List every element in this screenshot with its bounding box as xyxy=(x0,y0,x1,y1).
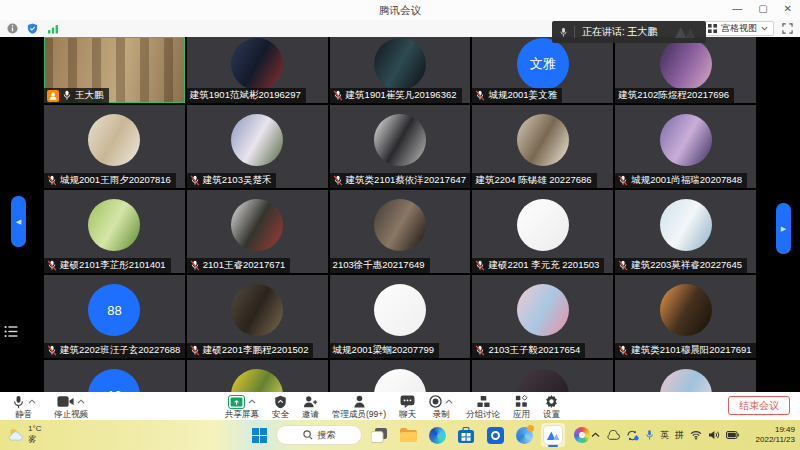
tray-mic-icon[interactable] xyxy=(645,429,654,441)
taskbar-search[interactable]: 搜索 xyxy=(276,425,362,445)
start-button[interactable] xyxy=(247,423,271,447)
record-button[interactable]: 录制 xyxy=(429,393,453,419)
participant-namebar: 城规2001姜文雅 xyxy=(472,88,562,103)
blue-app-icon xyxy=(487,427,504,444)
tray-expand-icon[interactable] xyxy=(591,432,600,438)
weather-condition: 雾 xyxy=(28,434,41,445)
layout-list-icon[interactable] xyxy=(4,325,18,338)
chevron-up-icon[interactable] xyxy=(445,399,453,404)
settings-button[interactable]: 设置 xyxy=(543,393,560,419)
security-button[interactable]: 安全 xyxy=(272,393,289,419)
mic-muted-icon xyxy=(190,175,200,186)
participant-tile[interactable]: 2103王子毅20217654 xyxy=(472,275,613,358)
participant-name: 城规2001尚福瑞20207848 xyxy=(631,174,742,187)
breakout-rooms-icon xyxy=(477,395,490,408)
participant-tile[interactable]: 建筑类2101蔡依洋20217647 xyxy=(330,105,471,188)
meeting-info-icon[interactable] xyxy=(7,23,18,34)
participant-avatar xyxy=(374,114,426,166)
participant-name: 城规2001姜文雅 xyxy=(488,89,557,102)
participant-name: 城规2001梁蝈20207799 xyxy=(333,344,434,357)
ime-english-indicator[interactable]: 英 xyxy=(660,429,669,442)
participant-tile[interactable]: 城规2001王雨夕20207816 xyxy=(44,105,185,188)
mute-button[interactable]: 静音 xyxy=(12,393,36,419)
file-explorer-button[interactable] xyxy=(396,423,420,447)
mic-muted-icon xyxy=(475,90,485,101)
microsoft-store-button[interactable] xyxy=(454,423,478,447)
participant-tile[interactable]: 建筑2203莫祥睿20227645 xyxy=(615,190,756,273)
participant-tile[interactable]: 建筑2103吴楚禾 xyxy=(187,105,328,188)
network-signal-icon[interactable] xyxy=(47,24,59,34)
participant-name: 建筑类2101蔡依洋20217647 xyxy=(346,174,466,187)
clock-time: 19:49 xyxy=(745,425,795,435)
close-icon[interactable]: ✕ xyxy=(784,3,792,15)
grid-view-selector[interactable]: 宫格视图 xyxy=(702,21,774,36)
chat-button[interactable]: 聊天 xyxy=(399,393,416,419)
members-icon xyxy=(353,395,366,408)
participant-tile[interactable]: 2101王睿20217671 xyxy=(187,190,328,273)
participant-namebar: 建筑1901崔笑凡20196362 xyxy=(330,88,462,103)
page-left-button[interactable]: ◀ xyxy=(11,196,26,247)
invite-button[interactable]: 邀请 xyxy=(302,393,319,419)
participant-namebar: 建筑2103吴楚禾 xyxy=(187,173,277,188)
stop-video-button[interactable]: 停止视频 xyxy=(54,393,88,419)
meeting-security-shield-icon[interactable] xyxy=(27,23,38,34)
wifi-icon[interactable] xyxy=(690,430,702,440)
participant-avatar xyxy=(88,114,140,166)
participant-tile[interactable]: 文雅 城规2001姜文雅 xyxy=(472,37,613,103)
minimize-icon[interactable]: — xyxy=(732,3,742,15)
grid-view-icon xyxy=(708,24,717,33)
volume-icon[interactable] xyxy=(708,430,720,440)
participant-tile[interactable] xyxy=(330,360,471,392)
chevron-up-icon[interactable] xyxy=(248,399,256,404)
participant-tile[interactable]: 建筑类2101穆晨阳20217691 xyxy=(615,275,756,358)
battery-icon[interactable] xyxy=(726,431,739,439)
participant-namebar: 建筑类2101穆晨阳20217691 xyxy=(615,343,756,358)
breakout-button[interactable]: 分组讨论 xyxy=(466,393,500,419)
ime-pinyin-indicator[interactable]: 拼 xyxy=(675,429,684,442)
edge-browser-button[interactable] xyxy=(425,423,449,447)
weather-temp: 1°C xyxy=(28,423,41,434)
participant-tile[interactable]: 建硕2201李鹏程2201502 xyxy=(187,275,328,358)
participant-tile[interactable]: 建硕2201 李元充 2201503 xyxy=(472,190,613,273)
participant-tile[interactable] xyxy=(615,360,756,392)
participant-avatar xyxy=(231,114,283,166)
end-meeting-button[interactable]: 结束会议 xyxy=(728,396,790,415)
weather-widget[interactable]: 1°C 雾 xyxy=(7,423,41,445)
participant-tile[interactable]: 建筑2102陈煜程20217696 xyxy=(615,37,756,103)
participant-tile[interactable]: 88 建筑2202班汪子玄20227688 xyxy=(44,275,185,358)
share-screen-button[interactable]: 共享屏幕 xyxy=(225,393,259,419)
participant-tile[interactable]: 王大鹏 xyxy=(44,37,185,103)
fullscreen-icon[interactable] xyxy=(782,23,793,34)
participant-tile[interactable]: 建筑1901崔笑凡20196362 xyxy=(330,37,471,103)
apps-button[interactable]: 应用 xyxy=(513,393,530,419)
participant-tile[interactable]: 城规2001尚福瑞20207848 xyxy=(615,105,756,188)
participant-tile[interactable]: 2103徐千惠20217649 xyxy=(330,190,471,273)
participant-namebar: 2103徐千惠20217649 xyxy=(330,258,430,273)
participant-name: 建硕2201李鹏程2201502 xyxy=(203,344,309,357)
chevron-up-icon[interactable] xyxy=(77,399,85,404)
participant-tile[interactable] xyxy=(187,360,328,392)
manage-members-button[interactable]: 管理成员(99+) xyxy=(332,393,386,419)
participant-tile[interactable]: 建硕2101李芷彤2101401 xyxy=(44,190,185,273)
maximize-icon[interactable]: ▢ xyxy=(758,3,767,15)
tencent-meeting-app-button[interactable] xyxy=(541,423,565,447)
chevron-up-icon[interactable] xyxy=(28,399,36,404)
participant-tile[interactable]: 建筑1901范斌彬20196297 xyxy=(187,37,328,103)
page-right-button[interactable]: ▶ xyxy=(776,203,791,254)
browser-app-button[interactable] xyxy=(512,423,536,447)
participant-tile[interactable]: 建筑2204 陈锡雄 20227686 xyxy=(472,105,613,188)
task-view-button[interactable] xyxy=(367,423,391,447)
participant-avatar xyxy=(231,199,283,251)
blue-app-button[interactable] xyxy=(483,423,507,447)
participant-tile[interactable]: 13 xyxy=(44,360,185,392)
pinwheel-icon xyxy=(574,427,590,443)
onedrive-cloud-icon[interactable] xyxy=(606,430,620,440)
mic-muted-icon xyxy=(47,260,57,271)
apps-icon xyxy=(515,395,528,408)
apps-label: 应用 xyxy=(513,409,530,419)
participant-tile[interactable]: 城规2001梁蝈20207799 xyxy=(330,275,471,358)
sync-status-icon[interactable] xyxy=(626,430,639,441)
participant-tile[interactable] xyxy=(472,360,613,392)
participant-namebar: 建筑2204 陈锡雄 20227686 xyxy=(472,173,596,188)
taskbar-clock[interactable]: 19:49 2022/11/23 xyxy=(745,425,795,445)
